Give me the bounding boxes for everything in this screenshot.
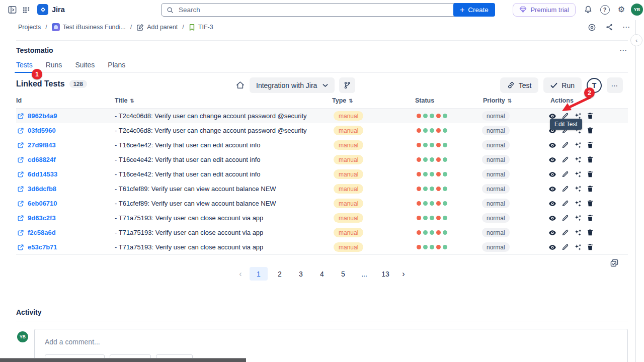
- breadcrumb-project-link[interactable]: Test iBusiness Fundi...: [52, 23, 126, 31]
- view-test-icon[interactable]: [548, 170, 556, 178]
- ai-sparkle-icon[interactable]: [574, 170, 582, 178]
- ai-sparkle-icon[interactable]: [574, 156, 582, 164]
- view-test-icon[interactable]: [548, 156, 556, 164]
- test-id-link[interactable]: 9d63c2f3: [17, 211, 56, 225]
- branch-filter-dropdown[interactable]: Integration with Jira: [250, 77, 335, 93]
- global-search[interactable]: [161, 3, 459, 17]
- delete-test-icon[interactable]: [586, 156, 594, 164]
- edit-test-icon[interactable]: [561, 200, 569, 208]
- delete-test-icon[interactable]: [586, 185, 594, 193]
- collapse-panel-icon[interactable]: ‹: [630, 34, 642, 46]
- notifications-bell-icon[interactable]: [581, 3, 595, 17]
- delete-test-icon[interactable]: [586, 243, 594, 251]
- page-button[interactable]: ...: [355, 267, 373, 281]
- next-page-icon[interactable]: ›: [397, 267, 410, 281]
- page-button[interactable]: 2: [271, 267, 289, 281]
- edit-test-icon[interactable]: [561, 170, 569, 178]
- view-test-icon[interactable]: [548, 229, 556, 237]
- test-id-link[interactable]: 3d6dcfb8: [17, 182, 56, 196]
- settings-gear-icon[interactable]: ⚙: [614, 3, 628, 17]
- share-icon[interactable]: [605, 23, 613, 31]
- edit-test-icon[interactable]: [561, 185, 569, 193]
- delete-test-icon[interactable]: [586, 200, 594, 208]
- app-switcher-icon[interactable]: [19, 3, 33, 17]
- table-row[interactable]: 03fd5960 - T2c4c06d8: Verify user can ch…: [16, 123, 628, 138]
- tab[interactable]: Tests: [16, 61, 33, 72]
- table-row[interactable]: f2c58a6d - T71a75193: Verify user can cl…: [16, 225, 628, 240]
- sidebar-toggle-icon[interactable]: [5, 3, 19, 17]
- delete-test-icon[interactable]: [586, 127, 594, 135]
- table-row[interactable]: cd68824f - T16ce4e42: Verify that user c…: [16, 152, 628, 167]
- column-header-type[interactable]: Type⇅: [332, 97, 353, 104]
- page-button[interactable]: 1: [250, 267, 268, 281]
- view-test-icon[interactable]: [548, 214, 556, 222]
- edit-test-icon[interactable]: [561, 156, 569, 164]
- tab[interactable]: Suites: [75, 61, 95, 72]
- premium-trial-button[interactable]: Premium trial: [513, 3, 576, 17]
- table-more-button[interactable]: ⋯: [607, 77, 623, 93]
- table-row[interactable]: 9d63c2f3 - T71a75193: Verify user can cl…: [16, 211, 628, 225]
- table-row[interactable]: 27d9f843 - T16ce4e42: Verify that user c…: [16, 138, 628, 152]
- breadcrumb-issue-link[interactable]: TIF-3: [189, 24, 213, 31]
- test-id-link[interactable]: 6eb06710: [17, 196, 57, 211]
- view-test-icon[interactable]: [548, 200, 556, 208]
- add-parent-button[interactable]: Add parent: [136, 24, 178, 31]
- breadcrumb-projects-link[interactable]: Projects: [18, 24, 41, 31]
- panel-more-icon[interactable]: ⋯: [619, 46, 628, 55]
- view-test-icon[interactable]: [548, 243, 556, 251]
- test-id-link[interactable]: e53c7b71: [17, 240, 57, 254]
- column-header-title[interactable]: Title⇅: [115, 97, 134, 104]
- column-header-id[interactable]: Id: [16, 97, 22, 104]
- branch-icon[interactable]: [339, 77, 355, 93]
- page-button[interactable]: 5: [334, 267, 352, 281]
- prev-page-icon[interactable]: ‹: [234, 267, 247, 281]
- create-button[interactable]: + Create: [453, 3, 495, 17]
- tab[interactable]: Runs: [46, 61, 62, 72]
- help-icon[interactable]: ?: [598, 3, 612, 17]
- test-id-link[interactable]: 27d9f843: [17, 138, 56, 152]
- user-avatar[interactable]: YB: [631, 4, 643, 16]
- page-button[interactable]: 4: [313, 267, 331, 281]
- test-id-link[interactable]: cd68824f: [17, 152, 56, 167]
- table-row[interactable]: 8962b4a9 - T2c4c06d8: Verify user can ch…: [16, 109, 628, 123]
- test-id-link[interactable]: 8962b4a9: [17, 109, 57, 123]
- table-row[interactable]: 6dd14533 - T16ce4e42: Verify that user c…: [16, 167, 628, 182]
- ai-sparkle-icon[interactable]: [574, 185, 582, 193]
- comment-input[interactable]: Add a comment... Status update... Thanks…: [34, 329, 628, 362]
- run-button[interactable]: Run: [543, 77, 582, 93]
- ai-sparkle-icon[interactable]: [574, 229, 582, 237]
- edit-test-icon[interactable]: [561, 141, 569, 149]
- table-row[interactable]: 3d6dcfb8 - T61cfef89: Verify user can vi…: [16, 182, 628, 196]
- delete-test-icon[interactable]: [586, 141, 594, 149]
- column-header-priority[interactable]: Priority⇅: [483, 97, 512, 104]
- test-id-link[interactable]: f2c58a6d: [17, 225, 56, 240]
- more-actions-icon[interactable]: ⋯: [622, 23, 631, 32]
- status-dots: [417, 109, 449, 123]
- multi-select-icon[interactable]: [610, 258, 619, 267]
- test-button[interactable]: Test: [500, 77, 539, 93]
- edit-test-icon[interactable]: [561, 229, 569, 237]
- delete-test-icon[interactable]: [586, 170, 594, 178]
- search-input[interactable]: [178, 6, 454, 14]
- jira-home-link[interactable]: Jira: [33, 4, 69, 15]
- watch-eye-icon[interactable]: [588, 23, 596, 32]
- page-button[interactable]: 3: [292, 267, 310, 281]
- table-row[interactable]: 6eb06710 - T61cfef89: Verify user can vi…: [16, 196, 628, 211]
- delete-test-icon[interactable]: [586, 229, 594, 237]
- page-button[interactable]: 13: [376, 267, 394, 281]
- column-header-status[interactable]: Status: [415, 97, 434, 104]
- home-icon[interactable]: [235, 80, 245, 90]
- edit-test-icon[interactable]: [561, 214, 569, 222]
- view-test-icon[interactable]: [548, 141, 556, 149]
- test-id-link[interactable]: 03fd5960: [17, 123, 56, 138]
- tab[interactable]: Plans: [108, 61, 125, 72]
- ai-sparkle-icon[interactable]: [574, 141, 582, 149]
- ai-sparkle-icon[interactable]: [574, 200, 582, 208]
- edit-test-icon[interactable]: [561, 243, 569, 251]
- test-id-link[interactable]: 6dd14533: [17, 167, 57, 182]
- delete-test-icon[interactable]: [586, 214, 594, 222]
- ai-sparkle-icon[interactable]: [574, 214, 582, 222]
- table-row[interactable]: e53c7b71 - T71a75193: Verify user can cl…: [16, 240, 628, 254]
- ai-sparkle-icon[interactable]: [574, 243, 582, 251]
- view-test-icon[interactable]: [548, 185, 556, 193]
